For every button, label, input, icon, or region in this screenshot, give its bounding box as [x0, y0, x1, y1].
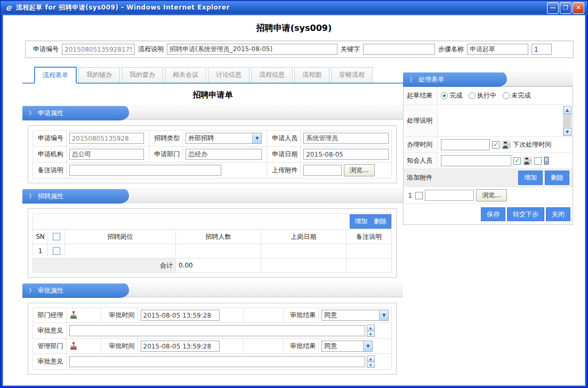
spacer-cell [244, 308, 284, 323]
minimize-button[interactable]: — [547, 2, 559, 14]
attachment-add-button[interactable]: 增加 [518, 171, 543, 185]
approval-time-label: 审批时间 [101, 339, 138, 354]
tab-my-assist[interactable]: 我的辅办 [78, 67, 120, 83]
approval-opinion-input[interactable] [69, 356, 365, 367]
radio-icon[interactable] [441, 92, 448, 99]
tab-related-meetings[interactable]: 相关会议 [165, 67, 206, 83]
approval-opinion-input[interactable] [69, 325, 365, 336]
spinner-down-icon[interactable]: ▼ [367, 362, 375, 368]
approval-result-value: 同意 [322, 311, 379, 320]
field-label: 申请人员 [267, 131, 301, 147]
radio-option-in-progress[interactable]: 执行中 [469, 91, 496, 100]
approval-time-label: 审批时间 [101, 308, 138, 323]
process-desc-textarea[interactable] [439, 106, 563, 136]
approval-section-title: 审批属性 [38, 286, 63, 295]
tab-discussion-info[interactable]: 讨论信息 [208, 67, 249, 83]
recruit-type-select[interactable]: 外部招聘 ▼ [186, 133, 262, 144]
attachment-file-input[interactable] [425, 190, 474, 201]
step-no-input[interactable] [531, 44, 552, 55]
user-select-icon[interactable] [523, 157, 532, 165]
select-all-checkbox[interactable] [53, 233, 60, 240]
process-desc-input[interactable] [167, 44, 337, 55]
column-header: 招聘岗位 [65, 230, 176, 244]
radio-icon[interactable] [469, 92, 476, 99]
notify-input[interactable] [441, 155, 511, 166]
recruit-count-cell[interactable] [176, 244, 261, 258]
stamp-icon[interactable] [69, 311, 78, 320]
attachment-browse-button[interactable]: 浏览... [476, 189, 506, 201]
row-checkbox[interactable] [53, 247, 60, 255]
apply-box: 申请编号 招聘类型 外部招聘 ▼ 申请人员 [28, 125, 397, 183]
textarea-scrollbar[interactable]: ▲ ▼ [563, 106, 571, 136]
radio-option-complete[interactable]: 完成 [441, 91, 462, 100]
form-apply-no-input[interactable] [69, 133, 144, 144]
start-date-cell[interactable] [261, 244, 347, 258]
field-label: 招聘类型 [149, 131, 183, 147]
next-time-checkbox[interactable] [492, 141, 500, 149]
apply-no-label: 申请编号 [30, 45, 62, 54]
radio-icon[interactable] [503, 92, 510, 99]
scroll-down-icon[interactable]: ▼ [563, 128, 571, 136]
browse-button[interactable]: 浏览... [344, 164, 374, 176]
field-label: 申请编号 [33, 131, 67, 147]
attachment-delete-button[interactable]: 删除 [545, 171, 569, 185]
process-desc-label: 处理说明 [404, 105, 438, 136]
recruit-section-title: 招聘属性 [38, 192, 63, 201]
notify-checkbox-checked[interactable] [513, 157, 521, 165]
tab-process-info[interactable]: 流程信息 [251, 67, 293, 83]
recruit-position-cell[interactable] [65, 244, 176, 258]
chevron-down-icon[interactable]: ▼ [379, 310, 388, 320]
dept-input[interactable] [186, 149, 262, 160]
spinner-up-icon[interactable]: ▲ [367, 325, 375, 330]
spinner-up-icon[interactable]: ▲ [367, 355, 375, 361]
approval-opinion-row: 审批意见 ▲▼ [33, 323, 392, 339]
approval-time-input[interactable] [141, 341, 220, 352]
tab-process-form[interactable]: 流程表单 [34, 67, 77, 84]
spinner-down-icon[interactable]: ▼ [367, 331, 375, 337]
tab-shuttle-process[interactable]: 穿梭流程 [331, 67, 373, 83]
applicant-input[interactable] [303, 133, 389, 144]
handle-time-input[interactable] [441, 139, 490, 150]
upload-attachment-input[interactable] [303, 165, 342, 176]
approval-time-input[interactable] [141, 310, 220, 321]
chevron-down-icon[interactable]: ▼ [363, 341, 372, 351]
form-column: 流程表单 我的辅办 我的督办 相关会议 讨论信息 流程信息 流程图 穿梭流程 招… [22, 67, 403, 376]
approval-result-value: 同意 [322, 342, 363, 351]
sn-header: SN [33, 230, 48, 244]
step-name-input[interactable] [467, 44, 528, 55]
date-input[interactable] [303, 149, 389, 160]
stamp-icon[interactable] [69, 342, 78, 351]
save-button[interactable]: 保存 [481, 207, 505, 221]
attachment-checkbox[interactable] [415, 192, 423, 199]
radio-option-incomplete[interactable]: 未完成 [503, 91, 530, 100]
close-form-button[interactable]: 关闭 [546, 207, 570, 221]
approval-result-select[interactable]: 同意 ▼ [321, 341, 373, 352]
add-row-button[interactable]: 增加 [355, 217, 367, 226]
minimize-icon: — [550, 5, 556, 11]
next-handle-time-label: 下次处理时间 [513, 140, 551, 149]
close-button[interactable]: ✕ [573, 2, 584, 14]
user-select-icon[interactable] [502, 141, 511, 149]
tab-my-supervise[interactable]: 我的督办 [122, 67, 163, 83]
process-panel: 》 处理表单 起草结果 完成 [403, 67, 573, 225]
sms-checkbox[interactable] [534, 157, 542, 165]
spacer-cell [244, 339, 284, 354]
phone-icon[interactable] [544, 157, 549, 165]
remark-input[interactable] [69, 165, 221, 176]
tab-process-diagram[interactable]: 流程图 [294, 67, 329, 83]
keyword-input[interactable] [363, 44, 435, 55]
apply-no-input[interactable] [62, 44, 135, 55]
remark-cell[interactable] [347, 244, 392, 258]
org-input[interactable] [69, 149, 144, 160]
field-label: 上传附件 [267, 163, 301, 179]
draft-result-options: 完成 执行中 未完成 [438, 87, 573, 104]
recruit-header-row: SN 招聘岗位 招聘人数 上岗日期 备注说明 [33, 230, 392, 244]
delete-row-button[interactable]: 删除 [374, 217, 386, 226]
draft-result-label: 起草结果 [404, 87, 438, 104]
scroll-up-icon[interactable]: ▲ [563, 106, 571, 114]
chevron-down-icon[interactable]: ▼ [252, 133, 261, 143]
recruit-add-delete-buttons: 增加 删除 [350, 214, 391, 229]
maximize-button[interactable]: ❐ [560, 2, 571, 14]
forward-next-step-button[interactable]: 转交下步 [507, 207, 544, 221]
approval-result-select[interactable]: 同意 ▼ [321, 310, 389, 321]
